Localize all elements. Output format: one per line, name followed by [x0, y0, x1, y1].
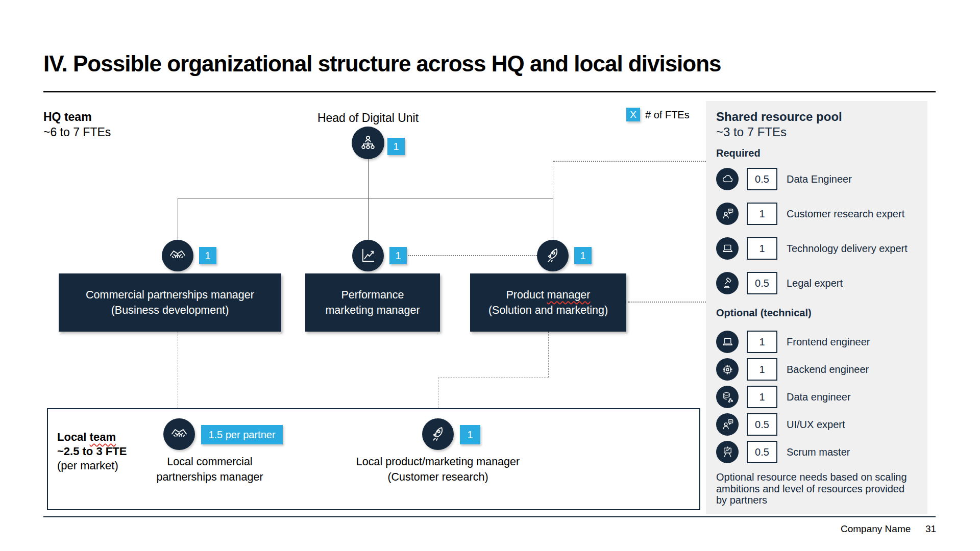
local-team-label: Local team ~2.5 to 3 FTE (per market) [57, 430, 127, 473]
product-manager-box: Product manager (Solution and marketing) [470, 273, 626, 332]
head-of-digital-unit-label: Head of Digital Unit [291, 110, 445, 126]
database-icon [716, 386, 739, 408]
connector-branch-mid [368, 198, 369, 240]
connector-head-down [368, 159, 369, 198]
connector-dashed-commercial-local [178, 332, 178, 418]
customer-chat-icon [716, 203, 739, 225]
head-fte-badge: 1 [387, 138, 405, 155]
pool-row: 0.5 Scrum master [716, 441, 917, 463]
pool-role-label: UI/UX expert [787, 419, 845, 431]
easel-icon [716, 441, 739, 463]
pool-role-label: Backend engineer [787, 364, 869, 375]
fte-value-box: 0.5 [747, 272, 777, 294]
pool-row: 1 Customer research expert [716, 203, 917, 225]
org-chart-icon [352, 127, 384, 159]
laptop-icon [716, 331, 739, 353]
pool-subtitle: ~3 to 7 FTEs [716, 124, 917, 140]
rocket-icon [422, 418, 454, 450]
pool-role-label: Frontend engineer [787, 336, 870, 348]
local-commercial-label: Local commercial partnerships manager [133, 454, 286, 485]
product-fte-badge: 1 [574, 247, 592, 264]
spellcheck-flagged-word: team [90, 431, 116, 443]
fte-value-box: 1 [747, 386, 777, 408]
pool-title: Shared resource pool [716, 109, 917, 124]
connector-branch-horizontal [178, 198, 553, 198]
hq-team-title: HQ team [43, 109, 111, 124]
connector-dashed-pool-drop [553, 161, 553, 198]
title-divider [43, 91, 936, 93]
pool-row: 1 Backend engineer [716, 358, 917, 381]
pool-row: 0.5 Data Engineer [716, 168, 917, 190]
connector-dashed-product-down [548, 332, 549, 378]
box-line2: marketing manager [325, 303, 420, 318]
box-line1: Product manager [506, 287, 591, 303]
pool-row: 1 Technology delivery expert [716, 237, 917, 260]
pool-required-heading: Required [716, 147, 917, 160]
fte-value-box: 1 [747, 331, 777, 353]
connector-dashed-product-across [438, 378, 548, 378]
connector-branch-left [178, 198, 178, 240]
pool-role-label: Data engineer [787, 391, 851, 403]
footer-company-name: Company Name [841, 523, 911, 535]
page-title: IV. Possible organizational structure ac… [43, 51, 721, 77]
commercial-partnerships-manager-box: Commercial partnerships manager (Busines… [59, 273, 281, 332]
legend-fte-label: # of FTEs [645, 109, 690, 121]
pool-row: 0.5 Legal expert [716, 272, 917, 294]
pool-footnote: Optional resource needs based on scaling… [716, 471, 917, 506]
fte-value-box: 1 [747, 358, 777, 381]
local-team-ftes: ~2.5 to 3 FTE [57, 444, 127, 459]
local-commercial-fte-badge: 1.5 per partner [201, 425, 283, 444]
performance-marketing-manager-box: Performance marketing manager [305, 273, 440, 332]
local-product-fte-badge: 1 [460, 425, 480, 444]
box-line1: Commercial partnerships manager [86, 287, 254, 303]
pool-row: 0.5 UI/UX expert [716, 413, 917, 436]
ux-expert-icon [716, 413, 739, 436]
pool-role-label: Data Engineer [787, 173, 852, 185]
connector-dotted-product-pool [628, 302, 706, 303]
pool-role-label: Scrum master [787, 446, 850, 458]
footer-divider [43, 516, 936, 517]
box-line2: (Business development) [111, 303, 229, 318]
pool-row: 1 Data engineer [716, 386, 917, 408]
footer-page-number: 31 [925, 523, 936, 535]
rocket-icon [537, 240, 569, 271]
laptop-icon [716, 237, 739, 260]
fte-value-box: 0.5 [747, 168, 777, 190]
legend-fte-symbol: X [626, 108, 640, 121]
local-product-label: Local product/marketing manager (Custome… [336, 454, 540, 485]
chart-growth-icon [352, 240, 384, 271]
cloud-icon [716, 168, 739, 190]
connector-dotted-to-pool-top [553, 161, 706, 162]
fte-value-box: 1 [747, 203, 777, 225]
shared-resource-pool-panel: Shared resource pool ~3 to 7 FTEs Requir… [706, 101, 927, 514]
fte-value-box: 0.5 [747, 413, 777, 436]
fte-value-box: 1 [747, 237, 777, 260]
chip-icon [716, 358, 739, 381]
commercial-fte-badge: 1 [199, 247, 216, 264]
local-team-title: Local team [57, 430, 127, 444]
connector-dotted-perf-product [408, 255, 537, 256]
handshake-icon [162, 240, 193, 271]
box-line2: (Solution and marketing) [488, 303, 608, 318]
performance-fte-badge: 1 [389, 247, 407, 264]
hq-team-ftes: ~6 to 7 FTEs [43, 124, 111, 140]
local-team-note: (per market) [57, 459, 127, 473]
connector-branch-right [553, 198, 553, 240]
pool-row: 1 Frontend engineer [716, 331, 917, 353]
fte-value-box: 0.5 [747, 441, 777, 463]
pool-optional-heading: Optional (technical) [716, 307, 917, 319]
handshake-icon [163, 418, 195, 450]
pool-required-list: 0.5 Data Engineer 1 Customer research ex… [716, 168, 917, 294]
pool-role-label: Technology delivery expert [787, 243, 908, 255]
slide: IV. Possible organizational structure ac… [0, 0, 980, 551]
pool-role-label: Legal expert [787, 278, 843, 289]
hq-team-label: HQ team ~6 to 7 FTEs [43, 109, 111, 140]
gavel-icon [716, 272, 739, 294]
spellcheck-flagged-word: manager [547, 289, 591, 301]
pool-optional-list: 1 Frontend engineer 1 Backend engineer [716, 331, 917, 463]
box-line1: Performance [341, 287, 404, 303]
pool-role-label: Customer research expert [787, 208, 904, 220]
